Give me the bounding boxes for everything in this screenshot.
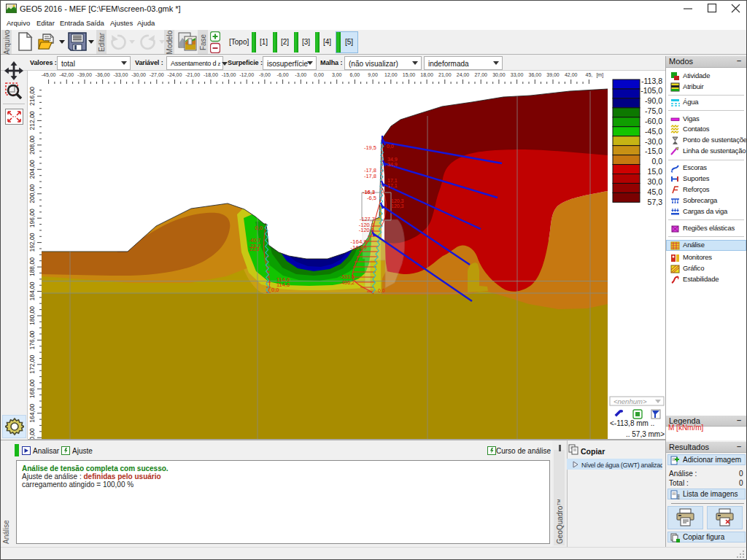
svg-text:15,0: 15,0: [648, 167, 663, 176]
svg-text:15,00: 15,00: [403, 72, 416, 77]
svg-text:27,00: 27,00: [474, 72, 487, 77]
svg-text:3,00: 3,00: [332, 72, 342, 77]
svg-text:-21,00: -21,00: [185, 72, 200, 77]
svg-text:42,00: 42,00: [565, 72, 578, 77]
svg-text:208,00: 208,00: [28, 136, 36, 155]
svg-text:Análise: Análise: [2, 520, 10, 544]
svg-text:9,00: 9,00: [368, 72, 378, 77]
svg-text:-113,8: -113,8: [641, 77, 662, 85]
svg-text:-531,5: -531,5: [340, 274, 355, 279]
svg-text:204,00: 204,00: [28, 160, 36, 179]
svg-text:-39,00: -39,00: [77, 72, 92, 77]
svg-text:0,0: 0,0: [387, 144, 394, 149]
svg-text:0,0: 0,0: [271, 287, 279, 293]
svg-text:-6,00: -6,00: [277, 72, 289, 77]
svg-text:-30,0: -30,0: [645, 137, 662, 146]
svg-text:-18,00: -18,00: [204, 72, 218, 77]
svg-text:168,00: 168,00: [28, 379, 36, 398]
svg-text:172,00: 172,00: [28, 355, 36, 374]
svg-text:0,0: 0,0: [255, 225, 263, 231]
svg-text:17,1: 17,1: [387, 178, 398, 183]
svg-text:12,00: 12,00: [384, 72, 398, 77]
svg-text:36,00: 36,00: [529, 72, 542, 77]
svg-text:216,00: 216,00: [28, 87, 36, 106]
svg-text:164,00: 164,00: [28, 403, 36, 422]
svg-text:-30,00: -30,00: [131, 72, 146, 77]
svg-text:-75,0: -75,0: [645, 106, 662, 115]
svg-text:34,9: 34,9: [387, 162, 398, 167]
svg-text:212,00: 212,00: [28, 111, 36, 130]
svg-text:.. 57,3 mm>: .. 57,3 mm>: [626, 430, 665, 438]
svg-text:176,00: 176,00: [28, 330, 36, 349]
svg-text:-42,00: -42,00: [59, 72, 74, 77]
svg-text:24,00: 24,00: [457, 72, 470, 77]
svg-text:-15,0: -15,0: [645, 147, 662, 155]
svg-text:-40,7: -40,7: [249, 238, 260, 243]
svg-text:GeoQuadro™: GeoQuadro™: [556, 499, 564, 544]
svg-text:<nenhum>: <nenhum>: [614, 397, 647, 405]
svg-text:-105,0: -105,0: [640, 86, 662, 95]
svg-text:-27,00: -27,00: [150, 72, 164, 77]
svg-text:-120,0: -120,0: [359, 227, 374, 233]
svg-text:23,3: 23,3: [249, 246, 259, 252]
svg-text:33,00: 33,00: [511, 72, 524, 77]
svg-text:57,3: 57,3: [648, 198, 663, 206]
svg-text:0,00: 0,00: [314, 72, 324, 77]
svg-text:<-113,8 mm ..: <-113,8 mm ..: [610, 419, 654, 427]
svg-text:21,00: 21,00: [438, 72, 452, 77]
svg-text:-15,00: -15,00: [222, 72, 236, 77]
svg-text:-90,0: -90,0: [645, 96, 662, 105]
svg-text:6,00: 6,00: [350, 72, 360, 77]
svg-text:30,0: 30,0: [648, 177, 663, 186]
svg-text:120,3: 120,3: [391, 198, 404, 203]
svg-text:-6,5: -6,5: [367, 195, 376, 201]
svg-text:200,00: 200,00: [28, 184, 36, 203]
svg-text:-3,00: -3,00: [295, 72, 306, 77]
svg-text:-24,00: -24,00: [168, 72, 182, 77]
svg-text:180,00: 180,00: [28, 306, 36, 325]
svg-text:45,0: 45,0: [648, 187, 663, 196]
svg-text:-45,0: -45,0: [645, 127, 662, 136]
svg-text:[m]: [m]: [596, 72, 603, 78]
svg-text:-9,00: -9,00: [259, 72, 271, 77]
svg-text:-45,00: -45,00: [42, 72, 56, 77]
svg-text:192,00: 192,00: [28, 233, 36, 252]
svg-text:0,0: 0,0: [651, 157, 662, 166]
svg-text:-19,5: -19,5: [364, 144, 376, 151]
svg-text:-60,0: -60,0: [645, 117, 662, 125]
svg-text:17,1: 17,1: [387, 183, 398, 188]
svg-text:-12,00: -12,00: [239, 72, 254, 77]
svg-text:45,: 45,: [586, 72, 593, 77]
svg-text:-17,8: -17,8: [364, 173, 376, 179]
svg-text:0,0: 0,0: [378, 288, 385, 293]
svg-text:-33,00: -33,00: [113, 72, 128, 77]
svg-text:188,00: 188,00: [28, 257, 36, 276]
svg-text:-164,9: -164,9: [350, 244, 367, 251]
svg-text:34,9: 34,9: [387, 157, 398, 162]
svg-text:120,3: 120,3: [391, 203, 404, 209]
svg-text:30,00: 30,00: [492, 72, 506, 77]
svg-text:-36,00: -36,00: [96, 72, 110, 77]
svg-text:196,00: 196,00: [28, 209, 36, 228]
svg-text:18,00: 18,00: [420, 72, 433, 77]
svg-text:39,00: 39,00: [546, 72, 560, 77]
svg-text:-496,2: -496,2: [340, 280, 355, 285]
svg-text:184,00: 184,00: [28, 281, 36, 300]
